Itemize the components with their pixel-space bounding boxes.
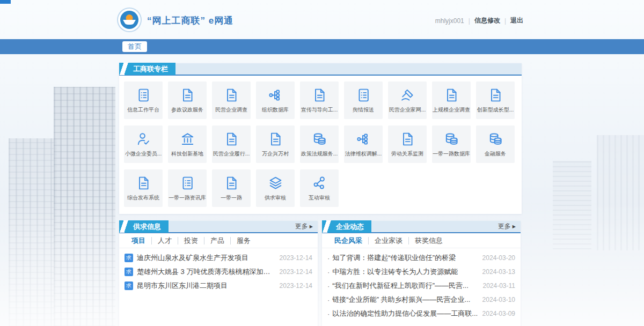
app-card[interactable]: 小微企业委员...: [124, 125, 163, 163]
app-card[interactable]: 民营企业履行...: [212, 125, 251, 163]
app-card[interactable]: 创新型成长型...: [476, 82, 515, 119]
special-column-panel: 工商联专栏 信息工作平台 参政议政服务 民营企业调查 组织数据库 宣传与导向工.…: [119, 63, 522, 214]
separator: |: [504, 17, 506, 25]
tab-product[interactable]: 产品: [204, 237, 230, 244]
demand-badge: 求: [125, 254, 133, 262]
app-card-label: 民营企业履行...: [213, 150, 250, 158]
logo-wing-icon: [123, 20, 136, 25]
app-card-label: 参政议政服务: [171, 106, 203, 114]
arrow-right-icon: ▶: [513, 224, 516, 229]
tab-project[interactable]: 项目: [126, 237, 151, 244]
separator: |: [469, 17, 470, 25]
supply-demand-tabs: 项目 人才 投资 产品 服务: [119, 233, 318, 248]
list-item[interactable]: · “我们在新时代新征程上凯歌而行”——民营... 2024-03-11: [327, 279, 515, 293]
app-card-label: 一带一路数据库: [433, 150, 470, 158]
bullet-icon: ·: [327, 268, 330, 276]
app-card[interactable]: 劳动关系监测: [388, 125, 427, 163]
tab-entrepreneur-talks[interactable]: 企业家谈: [368, 237, 408, 244]
logout-link[interactable]: 退出: [510, 16, 523, 25]
app-card[interactable]: 金融服务: [476, 125, 515, 163]
item-date: 2023-12-14: [280, 282, 312, 290]
tab-talent[interactable]: 人才: [151, 237, 178, 244]
list-icon: [355, 87, 372, 103]
enterprise-news-tabs: 民企风采 企业家谈 获奖信息: [322, 233, 521, 248]
document-icon: [223, 175, 240, 191]
list-item[interactable]: · 中瑞方胜：以专注铸专长为人力资源赋能 2024-03-13: [327, 265, 515, 279]
orgchart-icon: [267, 87, 284, 103]
document-icon: [179, 87, 196, 103]
list-item[interactable]: 求 迪庆州山泉水及矿泉水生产开发项目 2023-12-14: [125, 251, 312, 265]
item-title: 中瑞方胜：以专注铸专长为人力资源赋能: [332, 267, 478, 277]
item-date: 2024-03-13: [482, 268, 515, 276]
more-link[interactable]: 更多 ▶: [295, 222, 313, 231]
app-card[interactable]: 法律维权调解...: [344, 125, 383, 163]
list-item[interactable]: · 链接“企业所能” 共助乡村振兴——民营企业... 2024-03-10: [327, 293, 515, 307]
app-grid: 信息工作平台 参政议政服务 民营企业调查 组织数据库 宣传与导向工... 舆情报…: [119, 76, 522, 213]
app-card[interactable]: 综合发布系统: [124, 169, 163, 207]
app-card[interactable]: 万企兴万村: [256, 125, 295, 163]
supply-demand-list: 求 迪庆州山泉水及矿泉水生产开发项目 2023-12-14 求 楚雄州大姚县 3…: [119, 248, 318, 293]
nav-home-button[interactable]: 首页: [122, 41, 147, 52]
app-card[interactable]: 民营企业家网...: [388, 82, 427, 119]
item-title: 楚雄州大姚县 3 万吨优质薄壳核桃精深加工及科...: [137, 267, 275, 277]
supply-demand-panel: 供求信息 更多 ▶ 项目 人才 投资 产品 服务 求 迪庆州山泉水及矿泉水生产开…: [119, 221, 318, 326]
app-card[interactable]: 参政议政服务: [168, 82, 207, 119]
special-column-header: 工商联专栏: [119, 63, 522, 76]
document-icon: [443, 87, 460, 103]
item-date: 2024-03-10: [482, 296, 515, 303]
list-item[interactable]: 求 昆明市东川区东川港二期项目 2023-12-14: [125, 279, 312, 293]
enterprise-news-header: 企业动态 更多 ▶: [322, 221, 521, 233]
app-card-label: 信息工作平台: [127, 106, 159, 114]
info-edit-link[interactable]: 信息修改: [474, 16, 500, 25]
bullet-icon: ·: [327, 310, 330, 318]
bullet-icon: ·: [327, 296, 330, 304]
app-card[interactable]: 供求审核: [256, 169, 295, 207]
app-card[interactable]: 互动审核: [300, 169, 339, 207]
coins-icon: [487, 131, 504, 147]
app-card-label: 科技创新基地: [171, 150, 203, 158]
app-card[interactable]: 一带一路数据库: [432, 125, 471, 163]
layers-icon: [267, 175, 284, 191]
app-card[interactable]: 组织数据库: [256, 82, 295, 119]
list-icon: [179, 175, 196, 191]
app-card-label: 万企兴万村: [262, 150, 289, 158]
app-card[interactable]: 一带一路: [212, 169, 251, 207]
tab-service[interactable]: 服务: [230, 237, 257, 244]
list-item[interactable]: · 以法治的确定性助力提信心促发展——工商联... 2024-03-09: [327, 307, 515, 321]
bullet-icon: ·: [327, 282, 330, 290]
app-card-label: 供求审核: [265, 194, 286, 202]
app-card[interactable]: 政策法规服务...: [300, 125, 339, 163]
item-date: 2024-03-09: [482, 310, 515, 317]
app-card-label: 综合发布系统: [127, 194, 159, 202]
tab-private-enterprise[interactable]: 民企风采: [328, 237, 368, 244]
app-card[interactable]: 信息工作平台: [124, 82, 163, 119]
app-card[interactable]: 上规模企业调查: [432, 82, 471, 119]
app-card[interactable]: 一带一路资讯库: [168, 169, 207, 207]
tab-investment[interactable]: 投资: [178, 237, 204, 244]
document-icon: [267, 131, 284, 147]
app-card-label: 民营企业家网...: [389, 106, 426, 114]
document-icon: [399, 131, 416, 147]
app-card[interactable]: 科技创新基地: [168, 125, 207, 163]
list-item[interactable]: · 知了背调：搭建起“传递职业信任”的桥梁 2024-03-20: [327, 251, 515, 265]
item-title: 昆明市东川区东川港二期项目: [137, 281, 275, 291]
enterprise-news-panel: 企业动态 更多 ▶ 民企风采 企业家谈 获奖信息 · 知了背调：搭建起“传递职业…: [322, 221, 521, 326]
header: “网上工商联” e网通 mhlyjx001 | 信息修改 | 退出: [0, 0, 644, 39]
tab-award-info[interactable]: 获奖信息: [408, 237, 449, 244]
app-card[interactable]: 舆情报送: [344, 82, 383, 119]
app-card[interactable]: 民营企业调查: [212, 82, 251, 119]
more-label: 更多: [498, 222, 511, 231]
main-navbar: 首页: [0, 39, 644, 54]
coins-icon: [311, 131, 328, 147]
app-card-label: 一带一路: [221, 194, 242, 202]
app-card[interactable]: 宣传与导向工...: [300, 82, 339, 119]
stamp-icon: [399, 87, 416, 103]
section-title: 工商联专栏: [119, 63, 175, 75]
bank-icon: [179, 131, 196, 147]
arrow-right-icon: ▶: [310, 224, 313, 229]
demand-badge: 求: [125, 268, 133, 276]
person-check-icon: [135, 131, 152, 147]
list-item[interactable]: 求 楚雄州大姚县 3 万吨优质薄壳核桃精深加工及科... 2023-12-14: [125, 265, 312, 279]
orgchart-icon: [355, 131, 372, 147]
more-link[interactable]: 更多 ▶: [498, 222, 516, 231]
